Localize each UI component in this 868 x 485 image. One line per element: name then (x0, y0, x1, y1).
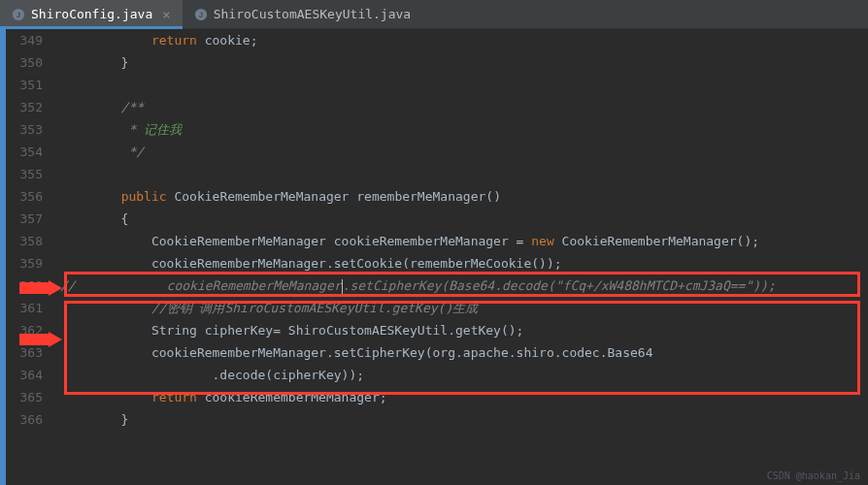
code-line: cookieRememberMeManager.setCookie(rememb… (60, 252, 868, 275)
svg-text:J: J (199, 10, 203, 18)
line-number: 358 (6, 230, 43, 252)
comment-cn: 记住我 (144, 122, 182, 137)
line-gutter: 3493503513523533543553563573583593603613… (0, 29, 60, 485)
code-text: CookieRememberMeManager rememberMeManage… (167, 189, 501, 204)
line-number: 356 (6, 185, 43, 208)
code-line: cookieRememberMeManager.setCipherKey(org… (60, 341, 868, 364)
comment: * (60, 122, 144, 137)
line-number: 359 (6, 252, 43, 275)
comment: cookieRememberMeManager (76, 278, 342, 293)
java-file-icon: J (12, 8, 25, 21)
editor-tabs: J ShiroConfig.java × J ShiroCustomAESKey… (0, 0, 868, 29)
close-icon[interactable]: × (162, 7, 170, 22)
line-number: 351 (6, 74, 43, 96)
code-area[interactable]: return cookie; } /** * 记住我 */ public Coo… (60, 29, 868, 485)
code-text: cookie; (197, 33, 258, 48)
line-number: 365 (6, 386, 43, 408)
code-editor[interactable]: 3493503513523533543553563573583593603613… (0, 29, 868, 485)
keyword: return (151, 390, 197, 404)
line-number: 354 (6, 141, 43, 163)
line-number: 357 (6, 208, 43, 230)
code-text: CookieRememberMeManager(); (554, 234, 759, 248)
code-text: CookieRememberMeManager cookieRememberMe… (60, 234, 531, 248)
keyword: public (121, 189, 167, 204)
comment-string: "fCq+/xW488hMTCD+cmJ3aQ==" (555, 278, 753, 293)
line-number: 350 (6, 51, 43, 74)
comment-slash: // (60, 278, 76, 293)
comment-slash: // (60, 301, 167, 315)
code-line (60, 163, 868, 185)
breakpoint-strip (0, 29, 6, 485)
line-number: 355 (6, 163, 43, 185)
code-line: { (60, 208, 868, 230)
code-line: String cipherKey= ShiroCustomAESKeyUtil.… (60, 319, 868, 341)
comment: .setCipherKey(Base64.decode( (343, 278, 555, 293)
tab-shirocustom[interactable]: J ShiroCustomAESKeyUtil.java (183, 0, 423, 28)
line-number: 360 (6, 275, 43, 297)
line-number: 364 (6, 364, 43, 386)
code-line (60, 431, 868, 453)
svg-text:J: J (17, 10, 20, 18)
line-number: 352 (6, 96, 43, 118)
comment: /** (60, 100, 144, 114)
line-number: 362 (6, 319, 43, 341)
line-number: 349 (6, 29, 43, 51)
tab-shiroconfig[interactable]: J ShiroConfig.java × (0, 0, 183, 28)
code-line: } (60, 51, 868, 74)
comment: )); (752, 278, 775, 293)
keyword: return (151, 33, 197, 48)
line-number: 366 (6, 408, 43, 431)
code-line: .decode(cipherKey)); (60, 364, 868, 386)
comment: */ (60, 145, 144, 159)
comment-cn: 密钥 调用ShiroCustomAESKeyUtil.getKey()生成 (167, 301, 479, 315)
tab-label: ShiroConfig.java (31, 7, 152, 21)
line-number: 363 (6, 341, 43, 364)
code-text: cookieRememberMeManager; (197, 390, 387, 404)
line-number: 353 (6, 118, 43, 141)
tab-label: ShiroCustomAESKeyUtil.java (214, 7, 412, 21)
java-file-icon: J (194, 8, 208, 21)
code-line: } (60, 408, 868, 431)
code-line (60, 74, 868, 96)
watermark: CSDN @haokan_Jia (767, 470, 860, 481)
keyword: new (531, 234, 553, 248)
line-number: 361 (6, 297, 43, 319)
